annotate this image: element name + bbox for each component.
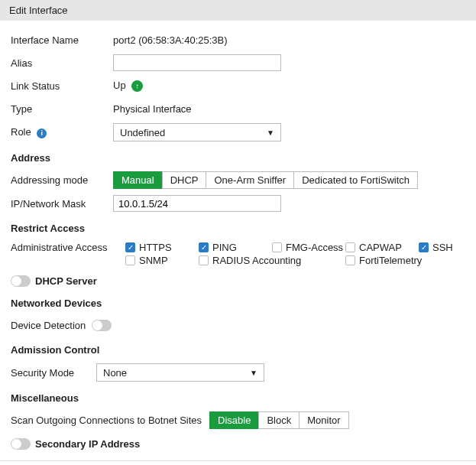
admin-access-label: Administrative Access <box>11 242 125 253</box>
arrow-up-icon: ↑ <box>131 80 143 92</box>
row-device-detection: Device Detection <box>11 317 465 333</box>
cb-fortitelemetry-label: FortiTelemetry <box>359 255 422 266</box>
cb-ssh-label: SSH <box>432 242 453 253</box>
alias-input[interactable] <box>113 54 281 71</box>
checkbox-icon <box>125 255 135 265</box>
row-admin-access: Administrative Access ✓HTTPS ✓PING FMG-A… <box>11 242 465 268</box>
botnet-block-button[interactable]: Block <box>258 411 300 429</box>
link-status-label: Link Status <box>11 80 113 92</box>
cb-snmp-label: SNMP <box>139 255 168 266</box>
row-dhcp-server: DHCP Server <box>11 275 465 287</box>
row-botnet-scan: Scan Outgoing Connections to Botnet Site… <box>11 411 465 429</box>
interface-name-value: port2 (06:58:3A:40:25:3B) <box>113 34 228 46</box>
checkbox-icon <box>272 242 282 252</box>
role-select[interactable]: Undefined ▼ <box>113 123 281 141</box>
addressing-mode-group: Manual DHCP One-Arm Sniffer Dedicated to… <box>113 171 418 189</box>
ip-mask-input[interactable] <box>113 195 281 212</box>
security-mode-label: Security Mode <box>11 367 96 379</box>
section-address: Address <box>11 152 465 164</box>
device-detection-label: Device Detection <box>11 320 86 331</box>
security-mode-select[interactable]: None ▼ <box>96 363 264 382</box>
cb-ping[interactable]: ✓PING <box>199 242 272 253</box>
addressing-sniffer-button[interactable]: One-Arm Sniffer <box>206 171 294 189</box>
checkbox-icon <box>345 242 355 252</box>
secondary-ip-toggle[interactable] <box>11 438 31 450</box>
alias-label: Alias <box>11 57 113 69</box>
cb-fortitelemetry[interactable]: FortiTelemetry <box>345 255 458 266</box>
cb-ping-label: PING <box>212 242 237 253</box>
row-type: Type Physical Interface <box>11 100 465 117</box>
role-label-text: Role <box>11 126 31 138</box>
cb-https[interactable]: ✓HTTPS <box>125 242 199 253</box>
row-link-status: Link Status Up ↑ <box>11 77 465 94</box>
checkbox-icon: ✓ <box>199 242 209 252</box>
ip-mask-label: IP/Network Mask <box>11 198 113 210</box>
secondary-ip-label: Secondary IP Address <box>35 438 140 450</box>
section-restrict-access: Restrict Access <box>11 223 465 234</box>
addressing-manual-button[interactable]: Manual <box>113 171 163 189</box>
row-addressing-mode: Addressing mode Manual DHCP One-Arm Snif… <box>11 171 465 189</box>
botnet-scan-group: Disable Block Monitor <box>209 411 349 429</box>
type-label: Type <box>11 103 113 115</box>
cb-https-label: HTTPS <box>139 242 172 253</box>
row-interface-name: Interface Name port2 (06:58:3A:40:25:3B) <box>11 31 465 48</box>
cb-ssh[interactable]: ✓SSH <box>419 242 465 253</box>
addressing-fortiswitch-button[interactable]: Dedicated to FortiSwitch <box>293 171 418 189</box>
role-select-value: Undefined <box>120 127 165 138</box>
checkbox-icon: ✓ <box>419 242 429 252</box>
role-label: Role i <box>11 126 113 138</box>
info-icon[interactable]: i <box>37 128 47 138</box>
link-status-text: Up <box>113 80 126 91</box>
cb-fmg[interactable]: FMG-Access <box>272 242 345 253</box>
cb-radius-label: RADIUS Accounting <box>212 255 301 266</box>
chevron-down-icon: ▼ <box>250 369 257 377</box>
dhcp-server-toggle[interactable] <box>11 275 31 287</box>
security-mode-value: None <box>103 367 127 379</box>
device-detection-toggle[interactable] <box>92 320 112 331</box>
dialog-footer: OK Cancel <box>0 460 476 465</box>
link-status-value: Up ↑ <box>113 80 143 92</box>
botnet-scan-label: Scan Outgoing Connections to Botnet Site… <box>11 415 202 426</box>
type-value: Physical Interface <box>113 103 192 115</box>
cb-spacer <box>312 255 345 266</box>
section-admission-control: Admission Control <box>11 344 465 356</box>
cb-fmg-label: FMG-Access <box>286 242 343 253</box>
addressing-mode-label: Addressing mode <box>11 174 113 186</box>
row-secondary-ip: Secondary IP Address <box>11 438 465 450</box>
row-security-mode: Security Mode None ▼ <box>11 363 465 382</box>
cb-snmp[interactable]: SNMP <box>125 255 199 266</box>
checkbox-icon <box>345 255 355 265</box>
row-ip-mask: IP/Network Mask <box>11 195 465 212</box>
checkbox-icon: ✓ <box>125 242 135 252</box>
dialog-body: Interface Name port2 (06:58:3A:40:25:3B)… <box>0 21 476 460</box>
cb-radius[interactable]: RADIUS Accounting <box>199 255 312 266</box>
cb-capwap-label: CAPWAP <box>359 242 402 253</box>
dialog-title: Edit Interface <box>9 5 68 16</box>
cb-capwap[interactable]: CAPWAP <box>345 242 419 253</box>
addressing-dhcp-button[interactable]: DHCP <box>162 171 207 189</box>
chevron-down-icon: ▼ <box>267 128 274 137</box>
dhcp-server-label: DHCP Server <box>35 275 97 287</box>
admin-access-grid: ✓HTTPS ✓PING FMG-Access CAPWAP ✓SSH SNMP… <box>125 242 465 268</box>
checkbox-icon <box>199 255 209 265</box>
section-networked-devices: Networked Devices <box>11 298 465 309</box>
row-alias: Alias <box>11 54 465 71</box>
interface-name-label: Interface Name <box>11 34 113 46</box>
botnet-monitor-button[interactable]: Monitor <box>299 411 348 429</box>
dialog-header: Edit Interface <box>0 0 476 21</box>
section-miscellaneous: Miscellaneous <box>11 392 465 404</box>
row-role: Role i Undefined ▼ <box>11 123 465 141</box>
botnet-disable-button[interactable]: Disable <box>209 411 259 429</box>
